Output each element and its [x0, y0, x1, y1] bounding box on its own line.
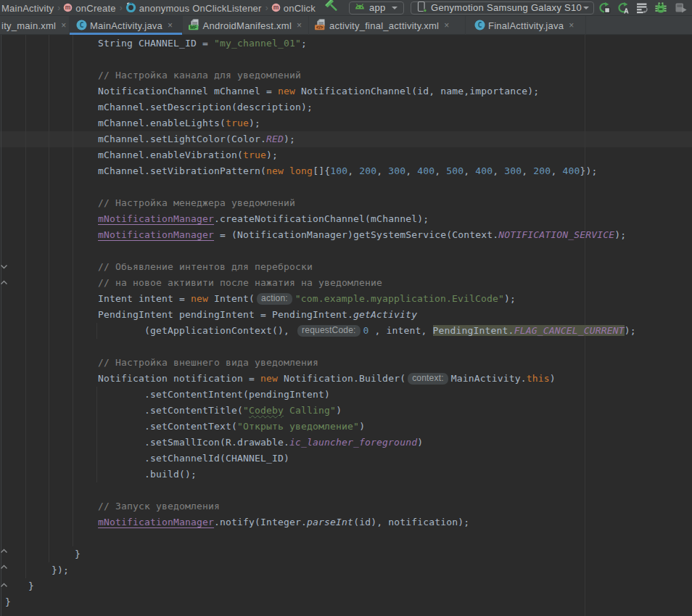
breadcrumb-item[interactable]: onCreate [75, 3, 115, 14]
code-token: .setContentText( [5, 421, 237, 432]
code-token: , [405, 165, 417, 176]
code-token: ic_launcher_foreground [289, 437, 417, 448]
editor-tab-activity_final_acttivity.xml[interactable]: </>activity_final_acttivity.xml× [309, 16, 466, 35]
code-token: 200 [359, 165, 376, 176]
manifest-file-icon: MF [188, 19, 200, 33]
code-token: ) [336, 405, 342, 416]
chevron-down-icon [392, 7, 398, 9]
code-token: // Настройка канала для уведомлений [5, 70, 301, 81]
code-line-9: mChannel.setVibrationPattern(new long[]{… [5, 163, 597, 179]
code-line-18: PendingIntent pendingIntent = PendingInt… [5, 307, 417, 323]
breadcrumb-item[interactable]: onClick [284, 3, 316, 14]
code-token: ); [504, 293, 516, 304]
code-token: long [289, 165, 313, 176]
code-token: , intent, [369, 325, 433, 336]
tab-label: AndroidManifest.xml [203, 20, 292, 31]
fold-end-icon[interactable] [0, 581, 8, 589]
code-line-26: .setSmallIcon(R.drawable.ic_launcher_for… [5, 435, 423, 451]
code-token [5, 213, 98, 224]
fold-start-icon[interactable] [0, 263, 8, 271]
apply-changes-restart-icon[interactable] [599, 2, 611, 14]
code-token: 0 [363, 325, 369, 336]
code-token: = (NotificationManager)getSystemService(… [214, 229, 498, 240]
code-token: true [243, 149, 266, 160]
breadcrumb-separator: › [262, 3, 271, 14]
code-token: } [5, 596, 11, 607]
code-token: mChannel.enableVibration( [5, 149, 243, 160]
code-line-28: .build(); [5, 467, 197, 482]
svg-text:m: m [65, 4, 71, 11]
code-token: , [434, 165, 446, 176]
editor-tab-ity_main.xml[interactable]: ity_main.xml× [0, 16, 70, 35]
code-token: "Открыть уведомление" [237, 421, 359, 432]
code-token: 400 [562, 165, 580, 176]
code-token: }); [580, 165, 597, 176]
fold-end-icon[interactable] [0, 279, 8, 287]
code-token: 200 [533, 165, 551, 176]
fold-end-icon[interactable] [0, 547, 8, 555]
breadcrumb-separator: › [116, 3, 125, 14]
code-token: ) [550, 373, 556, 384]
code-token [5, 517, 98, 527]
tab-close-icon[interactable]: × [444, 22, 449, 29]
editor-tab-AndroidManifest.xml[interactable]: MFAndroidManifest.xml× [183, 16, 310, 35]
breadcrumb-item[interactable]: MainActivity [1, 3, 54, 14]
code-token: NOTIFICATION_SERVICE [498, 229, 614, 240]
code-line-31: mNotificationManager.notify(Integer.pars… [5, 514, 469, 530]
code-token: mChannel.setDescription(description); [5, 102, 313, 112]
code-token: .setChannelId(CHANNEL_ID) [5, 453, 289, 464]
tab-close-icon[interactable]: × [168, 22, 173, 29]
code-token: .setContentIntent(pendingIntent) [5, 389, 330, 400]
tab-close-icon[interactable]: × [297, 22, 302, 29]
editor-tab-bar: ity_main.xml×CMainActivity.java×MFAndroi… [0, 16, 692, 35]
code-token: 400 [417, 165, 434, 176]
code-token: parseInt [307, 517, 353, 527]
code-editor[interactable]: String CHANNEL_ID = "my_channel_01"; // … [0, 35, 692, 616]
code-line-4: NotificationChannel mChannel = new Notif… [5, 83, 539, 99]
code-token: .setSmallIcon(R.drawable. [5, 437, 289, 448]
code-token: ; [301, 38, 307, 49]
svg-text:MF: MF [190, 25, 197, 30]
code-token: MainActivity. [451, 373, 527, 384]
code-token: 400 [475, 165, 493, 176]
apply-code-changes-icon[interactable] [618, 2, 630, 14]
tab-close-icon[interactable]: × [569, 22, 574, 29]
svg-text:C: C [79, 21, 83, 29]
run-configuration-select[interactable]: app [349, 1, 404, 15]
code-token: NotificationChannel(id, name,importance)… [295, 86, 539, 96]
code-token: , [376, 165, 388, 176]
fold-end-icon[interactable] [0, 563, 8, 571]
svg-text:C: C [477, 21, 482, 29]
debug-bug-icon[interactable] [655, 2, 667, 14]
code-token: ); [625, 325, 636, 336]
code-token: Notification notification = [5, 373, 260, 384]
code-token: "my_channel_01" [214, 38, 301, 49]
svg-text:</>: </> [316, 25, 324, 30]
list-undo-arrow-icon[interactable] [636, 2, 648, 14]
code-token: mNotificationManager [98, 517, 214, 527]
breadcrumb-separator: › [54, 3, 63, 14]
device-select-value: Genymotion Samsung Galaxy S10 [431, 2, 582, 13]
editor-tab-MainActivity.java[interactable]: CMainActivity.java× [70, 16, 183, 35]
java-class-icon: C [474, 20, 485, 33]
code-token: .notify(Integer. [214, 517, 307, 527]
code-line-27: .setChannelId(CHANNEL_ID) [5, 451, 289, 467]
code-line-24: .setContentTitle("Codeby Calling") [5, 403, 342, 419]
tab-close-icon[interactable]: × [61, 22, 66, 29]
attach-debugger-icon[interactable] [675, 2, 688, 14]
android-app-icon [354, 1, 366, 15]
code-token: new [278, 86, 295, 96]
breadcrumb-item[interactable]: anonymous OnClickListener [139, 3, 262, 14]
code-line-35: } [5, 578, 34, 594]
parameter-hint-chip: context: [408, 373, 448, 385]
code-token: mNotificationManager [98, 229, 214, 240]
code-token: " [243, 405, 249, 416]
device-select[interactable]: Genymotion Samsung Galaxy S10 [411, 1, 594, 15]
editor-tab-FinalActtivity.java[interactable]: CFinalActtivity.java× [466, 16, 586, 35]
code-line-34: }); [5, 562, 69, 578]
code-token: FLAG_CANCEL_CURRENT [514, 325, 625, 336]
code-token: 500 [446, 165, 464, 176]
build-hammer-icon[interactable] [324, 0, 336, 12]
code-line-12: mNotificationManager.createNotificationC… [5, 211, 429, 227]
code-token: ); [266, 149, 278, 160]
